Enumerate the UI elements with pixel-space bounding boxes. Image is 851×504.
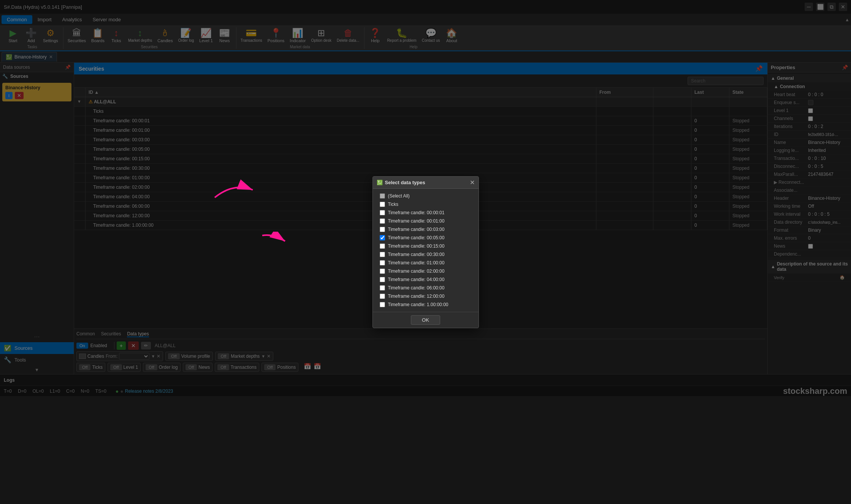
candle5m-modal-checkbox[interactable]: [380, 235, 385, 240]
modal-item-candle-1d[interactable]: Timeframe candle: 1.00:00:00: [377, 300, 474, 309]
modal-item-candle-4h[interactable]: Timeframe candle: 04:00:00: [377, 275, 474, 284]
candle2h-modal-checkbox[interactable]: [380, 269, 385, 274]
modal-title-text: Select data types: [385, 180, 425, 185]
candle1d-modal-label: Timeframe candle: 1.00:00:00: [388, 302, 448, 307]
candle3m-modal-label: Timeframe candle: 00:03:00: [388, 227, 445, 232]
modal-item-candle-6h[interactable]: Timeframe candle: 06:00:00: [377, 284, 474, 292]
candle4h-modal-checkbox[interactable]: [380, 277, 385, 282]
modal-item-candle-15m[interactable]: Timeframe candle: 00:15:00: [377, 242, 474, 250]
select-data-types-modal: 💹 Select data types ✕ (Select All) Ticks…: [372, 176, 479, 328]
candle15m-modal-checkbox[interactable]: [380, 243, 385, 249]
candle1h-modal-checkbox[interactable]: [380, 260, 385, 265]
modal-footer: OK: [373, 312, 479, 328]
modal-item-candle-30m[interactable]: Timeframe candle: 00:30:00: [377, 250, 474, 259]
candle1m-modal-label: Timeframe candle: 00:01:00: [388, 218, 445, 224]
candle30m-modal-checkbox[interactable]: [380, 252, 385, 257]
modal-overlay: 💹 Select data types ✕ (Select All) Ticks…: [0, 0, 851, 504]
candle4h-modal-label: Timeframe candle: 04:00:00: [388, 277, 445, 282]
candle3m-modal-checkbox[interactable]: [380, 227, 385, 232]
modal-item-candle-1s[interactable]: Timeframe candle: 00:00:01: [377, 209, 474, 217]
candle5m-modal-label: Timeframe candle: 00:05:00: [388, 235, 445, 240]
candle6h-modal-checkbox[interactable]: [380, 285, 385, 291]
candle6h-modal-label: Timeframe candle: 06:00:00: [388, 285, 445, 291]
candle1s-modal-checkbox[interactable]: [380, 210, 385, 215]
candle1m-modal-checkbox[interactable]: [380, 218, 385, 224]
modal-close-button[interactable]: ✕: [470, 179, 475, 186]
modal-item-candle-5m[interactable]: Timeframe candle: 00:05:00: [377, 234, 474, 242]
modal-item-ticks[interactable]: Ticks: [377, 200, 474, 209]
modal-icon: 💹: [377, 180, 383, 185]
modal-select-all[interactable]: (Select All): [377, 192, 474, 200]
modal-body: (Select All) Ticks Timeframe candle: 00:…: [373, 189, 479, 312]
modal-ok-button[interactable]: OK: [411, 315, 440, 325]
modal-item-candle-12h[interactable]: Timeframe candle: 12:00:00: [377, 292, 474, 300]
modal-header: 💹 Select data types ✕: [373, 177, 479, 189]
candle1s-modal-label: Timeframe candle: 00:00:01: [388, 210, 445, 215]
modal-item-candle-2h[interactable]: Timeframe candle: 02:00:00: [377, 267, 474, 275]
candle1d-modal-checkbox[interactable]: [380, 302, 385, 307]
candle2h-modal-label: Timeframe candle: 02:00:00: [388, 269, 445, 274]
modal-item-candle-3m[interactable]: Timeframe candle: 00:03:00: [377, 225, 474, 234]
modal-title: 💹 Select data types: [377, 180, 425, 185]
modal-item-candle-1h[interactable]: Timeframe candle: 01:00:00: [377, 259, 474, 267]
candle30m-modal-label: Timeframe candle: 00:30:00: [388, 252, 445, 257]
candle15m-modal-label: Timeframe candle: 00:15:00: [388, 243, 445, 249]
ticks-modal-checkbox[interactable]: [380, 202, 385, 207]
candle12h-modal-label: Timeframe candle: 12:00:00: [388, 294, 445, 299]
ticks-modal-label: Ticks: [388, 202, 399, 207]
candle12h-modal-checkbox[interactable]: [380, 294, 385, 299]
candle1h-modal-label: Timeframe candle: 01:00:00: [388, 260, 445, 265]
select-all-checkbox[interactable]: [380, 193, 385, 199]
modal-item-candle-1m[interactable]: Timeframe candle: 00:01:00: [377, 217, 474, 225]
select-all-label: (Select All): [388, 193, 410, 199]
